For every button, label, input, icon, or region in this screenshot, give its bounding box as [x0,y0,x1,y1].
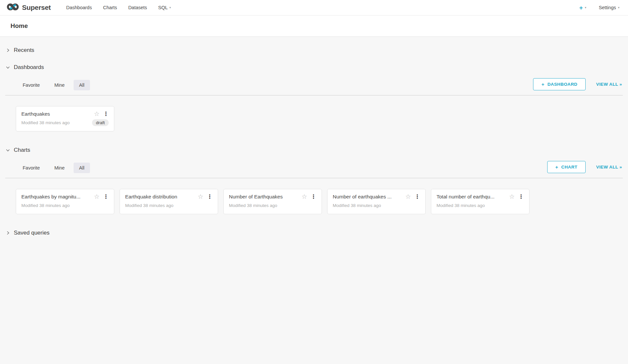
card-title: Earthquake distribution [125,194,195,200]
dashboards-controls-row: Favorite Mine All + DASHBOARD VIEW ALL » [5,78,623,96]
card-title-row: Total number of earthqu... ☆ ⋮ [437,193,524,200]
chevron-right-icon [6,48,10,52]
nav-item-dashboards-label: Dashboards [66,5,92,10]
card-title-row: Number of Earthquakes ☆ ⋮ [229,193,316,200]
card-actions: ☆ ⋮ [405,193,420,200]
page-title: Home [11,22,617,30]
card-title-row: Earthquake distribution ☆ ⋮ [125,193,213,200]
new-dashboard-button-label: DASHBOARD [548,82,577,87]
card-meta-row: Modified 38 minutes ago [229,202,316,209]
card-modified-text: Modified 38 minutes ago [229,203,316,208]
chart-card[interactable]: Earthquake distribution ☆ ⋮ Modified 38 … [120,189,218,214]
kebab-menu-icon[interactable]: ⋮ [518,194,524,199]
card-modified-text: Modified 38 minutes ago [437,203,524,208]
card-actions: ☆ ⋮ [198,193,213,200]
favorite-star-icon[interactable]: ☆ [405,193,411,200]
saved-queries-section-title: Saved queries [14,230,50,236]
plus-icon: + [541,82,544,86]
card-modified-text: Modified 38 minutes ago [125,203,213,208]
kebab-menu-icon[interactable]: ⋮ [415,194,420,199]
card-title-row: Number of earthquakes ... ☆ ⋮ [333,193,420,200]
card-title: Total number of earthqu... [437,194,506,200]
chevron-right-icon [6,231,10,235]
card-title-row: Earthquakes ☆ ⋮ [21,111,109,117]
card-modified-text: Modified 38 minutes ago [333,203,420,208]
card-actions: ☆ ⋮ [94,111,109,117]
brand-name: Superset [22,4,51,11]
card-title: Earthquakes [21,111,91,117]
tab-favorite[interactable]: Favorite [17,80,45,90]
card-actions: ☆ ⋮ [302,193,316,200]
tab-mine[interactable]: Mine [49,80,70,90]
tab-all[interactable]: All [74,163,90,173]
new-item-menu-button[interactable]: + ▾ [579,5,586,11]
plus-icon: + [579,5,583,11]
card-title-row: Earthquakes by magnitu... ☆ ⋮ [21,193,109,200]
card-meta-row: Modified 38 minutes ago [21,202,109,209]
chevron-down-icon: ▾ [585,6,587,9]
chevron-down-icon [6,148,10,152]
chart-card[interactable]: Earthquakes by magnitu... ☆ ⋮ Modified 3… [16,189,114,214]
card-meta-row: Modified 38 minutes ago [333,202,420,209]
kebab-menu-icon[interactable]: ⋮ [103,111,109,117]
card-title: Number of earthquakes ... [333,194,403,200]
nav-item-dashboards[interactable]: Dashboards [60,0,97,15]
charts-view-all-link[interactable]: VIEW ALL » [596,165,622,170]
dashboards-filter-tabs: Favorite Mine All [17,80,90,90]
charts-cards-row: Earthquakes by magnitu... ☆ ⋮ Modified 3… [0,178,628,214]
superset-infinity-icon [7,2,19,13]
dashboards-view-all-link[interactable]: VIEW ALL » [596,82,622,87]
top-navbar: Superset Dashboards Charts Datasets SQL … [0,0,628,15]
settings-label: Settings [599,5,616,10]
navbar-right: + ▾ Settings ▾ [579,5,619,11]
dashboards-section-title: Dashboards [14,64,44,71]
page-header: Home [0,15,628,37]
saved-queries-section-toggle[interactable]: Saved queries [0,229,628,237]
kebab-menu-icon[interactable]: ⋮ [207,194,213,199]
card-modified-text: Modified 38 minutes ago [21,120,92,125]
tab-mine[interactable]: Mine [49,163,70,173]
chart-card[interactable]: Total number of earthqu... ☆ ⋮ Modified … [431,189,529,214]
card-title: Number of Earthquakes [229,194,299,200]
recents-section-toggle[interactable]: Recents [0,47,628,54]
card-meta-row: Modified 38 minutes ago [125,202,213,209]
favorite-star-icon[interactable]: ☆ [94,111,100,117]
dashboards-section-toggle[interactable]: Dashboards [0,64,628,71]
new-chart-button[interactable]: + CHART [547,161,586,173]
tab-favorite[interactable]: Favorite [17,163,45,173]
new-chart-button-label: CHART [561,165,577,170]
card-meta-row: Modified 38 minutes ago [437,202,524,209]
dashboard-card-earthquakes[interactable]: Earthquakes ☆ ⋮ Modified 38 minutes ago … [16,106,114,131]
favorite-star-icon[interactable]: ☆ [302,193,307,200]
chevron-down-icon [6,65,10,69]
recents-section-title: Recents [14,47,34,54]
chart-card[interactable]: Number of Earthquakes ☆ ⋮ Modified 38 mi… [223,189,322,214]
chevron-down-icon: ▾ [618,6,619,9]
kebab-menu-icon[interactable]: ⋮ [103,194,109,199]
favorite-star-icon[interactable]: ☆ [509,193,515,200]
card-modified-text: Modified 38 minutes ago [21,203,109,208]
kebab-menu-icon[interactable]: ⋮ [311,194,316,199]
chevron-down-icon: ▾ [169,6,171,9]
tab-all[interactable]: All [74,80,90,90]
status-badge: draft [92,119,109,126]
nav-item-sql[interactable]: SQL ▾ [153,0,177,15]
charts-section-title: Charts [14,147,30,153]
nav-item-datasets[interactable]: Datasets [123,0,152,15]
dashboards-cards-row: Earthquakes ☆ ⋮ Modified 38 minutes ago … [0,96,628,131]
favorite-star-icon[interactable]: ☆ [94,193,100,200]
nav-item-charts[interactable]: Charts [98,0,123,15]
superset-logo[interactable]: Superset [7,2,51,13]
card-title: Earthquakes by magnitu... [21,194,91,200]
card-meta-row: Modified 38 minutes ago draft [21,119,109,126]
new-dashboard-button[interactable]: + DASHBOARD [533,78,586,90]
card-actions: ☆ ⋮ [94,193,109,200]
charts-section-toggle[interactable]: Charts [0,147,628,154]
favorite-star-icon[interactable]: ☆ [198,193,203,200]
home-content: Recents Dashboards Favorite Mine All + D… [0,37,628,237]
chart-card[interactable]: Number of earthquakes ... ☆ ⋮ Modified 3… [327,189,426,214]
nav-item-datasets-label: Datasets [128,5,147,10]
card-actions: ☆ ⋮ [509,193,524,200]
charts-controls-right: + CHART VIEW ALL » [547,161,623,173]
settings-menu-button[interactable]: Settings ▾ [599,5,619,10]
